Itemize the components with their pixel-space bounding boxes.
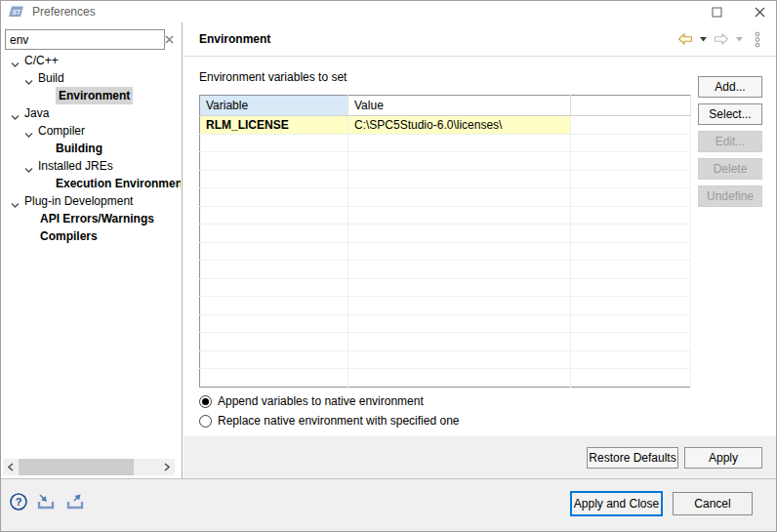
radio-replace-native-environment-with-specified-one[interactable]: Replace native environment with specifie…	[199, 411, 459, 430]
preference-page: Environment	[184, 22, 776, 478]
clear-search-icon[interactable]	[165, 35, 174, 44]
tree-item-installed-jres[interactable]: Installed JREs	[1, 157, 181, 175]
forward-arrow-icon[interactable]	[713, 32, 730, 46]
select-button[interactable]: Select...	[698, 103, 762, 125]
empty-table-row	[200, 333, 691, 351]
svg-text:ST: ST	[12, 9, 21, 16]
scroll-right-icon[interactable]	[159, 459, 175, 475]
table-row[interactable]: RLM_LICENSEC:\SPC5Studio-6.0\licenses\	[200, 116, 691, 135]
horizontal-scrollbar[interactable]	[3, 459, 175, 475]
tree-item-api-errors-warnings[interactable]: API Errors/Warnings	[1, 210, 181, 227]
tree-item-building[interactable]: Building	[1, 140, 181, 157]
tree-item-c-c[interactable]: C/C++	[1, 52, 181, 69]
filter-search-box[interactable]	[5, 29, 165, 50]
radio-append-variables-to-native-environment[interactable]: Append variables to native environment	[199, 391, 459, 411]
empty-table-row	[200, 369, 691, 388]
vertical-dots-icon[interactable]	[753, 30, 762, 49]
help-icon[interactable]: ?	[9, 492, 28, 512]
empty-table-row	[200, 152, 691, 171]
column-header-variable[interactable]: Variable	[200, 96, 348, 116]
empty-table-row	[200, 314, 691, 333]
window-title: Preferences	[32, 5, 96, 19]
column-header-empty[interactable]	[571, 96, 691, 116]
empty-table-row	[200, 170, 691, 188]
svg-text:?: ?	[16, 496, 22, 508]
export-icon[interactable]	[63, 492, 87, 512]
empty-table-row	[200, 278, 691, 297]
tree-item-build[interactable]: Build	[1, 69, 181, 87]
tree-item-java[interactable]: Java	[1, 104, 181, 122]
tree-item-execution-environments[interactable]: Execution Environments	[1, 175, 181, 192]
cancel-button[interactable]: Cancel	[673, 492, 753, 515]
page-title: Environment	[199, 32, 270, 46]
empty-table-row	[200, 242, 691, 261]
delete-button[interactable]: Delete	[698, 158, 762, 180]
add-button[interactable]: Add...	[698, 76, 762, 98]
preferences-window: ST Preferences C/C++BuildEnvironmentJava…	[0, 0, 777, 532]
undefine-button[interactable]: Undefine	[698, 185, 762, 207]
empty-table-row	[200, 261, 691, 279]
preferences-tree: C/C++BuildEnvironmentJavaCompilerBuildin…	[1, 52, 181, 455]
empty-table-row	[200, 206, 691, 225]
dialog-footer: ? Apply and Close Cancel	[1, 478, 776, 531]
tree-item-compilers[interactable]: Compilers	[1, 227, 181, 245]
tree-item-compiler[interactable]: Compiler	[1, 122, 181, 140]
empty-table-row	[200, 225, 691, 243]
empty-table-row	[200, 297, 691, 315]
table-label: Environment variables to set	[199, 70, 347, 84]
radio-unselected-icon[interactable]	[199, 415, 212, 428]
preferences-sidebar: C/C++BuildEnvironmentJavaCompilerBuildin…	[1, 22, 183, 478]
restore-defaults-button[interactable]: Restore Defaults	[587, 447, 678, 469]
empty-table-row	[200, 134, 691, 152]
apply-button[interactable]: Apply	[684, 447, 762, 469]
dialog-body: C/C++BuildEnvironmentJavaCompilerBuildin…	[1, 22, 776, 478]
st-logo-icon: ST	[8, 5, 24, 19]
scroll-left-icon[interactable]	[3, 459, 19, 475]
apply-and-close-button[interactable]: Apply and Close	[570, 491, 663, 516]
scrollbar-thumb[interactable]	[19, 459, 134, 475]
import-icon[interactable]	[34, 492, 58, 512]
radio-selected-icon[interactable]	[199, 395, 212, 408]
page-button-bar: Restore Defaults Apply	[184, 436, 776, 478]
tree-item-plug-in-development[interactable]: Plug-in Development	[1, 192, 181, 210]
tree-item-environment[interactable]: Environment	[1, 87, 181, 104]
column-header-value[interactable]: Value	[348, 96, 571, 116]
empty-table-row	[200, 188, 691, 207]
titlebar: ST Preferences	[1, 1, 776, 22]
maximize-button[interactable]	[708, 4, 725, 20]
search-input[interactable]	[6, 33, 165, 47]
environment-variables-table: VariableValue RLM_LICENSEC:\SPC5Studio-6…	[199, 95, 691, 388]
page-content: Environment variables to set VariableVal…	[184, 57, 776, 478]
forward-history-caret-icon[interactable]	[735, 36, 744, 43]
empty-table-row	[200, 350, 691, 369]
environment-mode-radios: Append variables to native environmentRe…	[199, 391, 459, 430]
edit-button[interactable]: Edit...	[698, 131, 762, 152]
page-header: Environment	[184, 22, 776, 57]
table-action-buttons: Add...Select...Edit...DeleteUndefine	[698, 76, 762, 213]
back-history-caret-icon[interactable]	[699, 36, 708, 43]
close-icon[interactable]	[751, 4, 768, 20]
back-arrow-icon[interactable]	[676, 32, 694, 46]
